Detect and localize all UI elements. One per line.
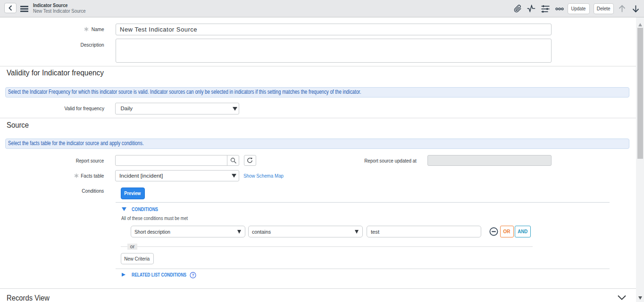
svg-text:?: ? [192, 273, 194, 278]
